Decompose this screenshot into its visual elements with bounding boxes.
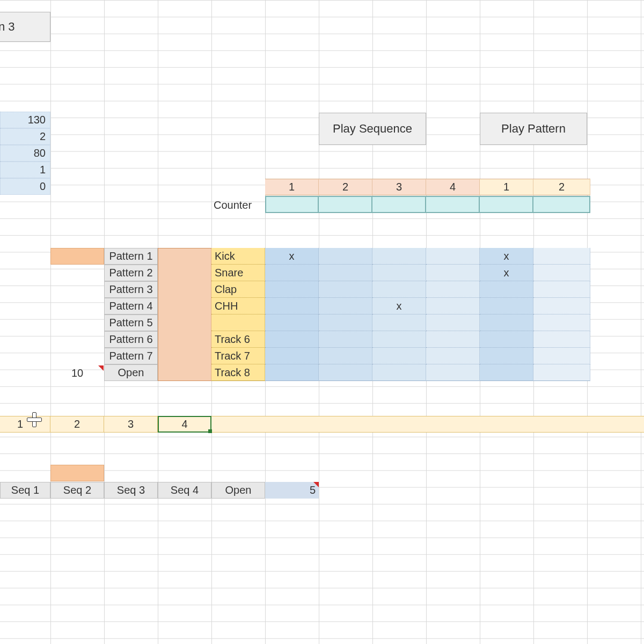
step-cell[interactable] — [533, 364, 590, 381]
step-cell[interactable] — [265, 364, 319, 381]
step-cell[interactable]: x — [480, 265, 533, 281]
step-cell[interactable] — [265, 348, 319, 364]
seq-step-4-selected[interactable]: 4 — [158, 416, 211, 433]
pattern-button-5[interactable]: Pattern 5 — [104, 314, 158, 331]
pattern-button-6[interactable]: Pattern 6 — [104, 331, 158, 348]
step-cell[interactable] — [265, 314, 319, 331]
step-cell[interactable] — [480, 348, 533, 364]
step-cell[interactable] — [426, 265, 480, 281]
counter-cell[interactable] — [426, 196, 480, 213]
seq-step-1[interactable]: 1 — [0, 416, 50, 433]
step-cell[interactable] — [533, 265, 590, 281]
step-cell[interactable] — [319, 248, 372, 265]
step-cell[interactable] — [426, 248, 480, 265]
track-label[interactable]: CHH — [211, 298, 265, 314]
step-cell[interactable] — [480, 314, 533, 331]
counter-cell[interactable] — [480, 196, 533, 213]
step-cell[interactable] — [372, 265, 426, 281]
step-grid: x x x x — [265, 248, 590, 381]
step-cell[interactable] — [372, 348, 426, 364]
step-cell[interactable] — [372, 331, 426, 348]
pattern-color-column — [158, 248, 211, 381]
step-cell[interactable] — [319, 265, 372, 281]
active-pattern-marker — [50, 248, 104, 265]
step-cell[interactable] — [533, 298, 590, 314]
pattern-open-button[interactable]: Open — [104, 364, 158, 381]
step-cell[interactable] — [372, 364, 426, 381]
step-cell[interactable] — [372, 281, 426, 298]
track-label[interactable]: Track 6 — [211, 331, 265, 348]
pattern-button-4[interactable]: Pattern 4 — [104, 298, 158, 314]
step-cell[interactable] — [426, 348, 480, 364]
track-label[interactable]: Track 7 — [211, 348, 265, 364]
seq-button-3[interactable]: Seq 3 — [104, 482, 158, 499]
step-cell[interactable]: x — [372, 298, 426, 314]
step-cell[interactable] — [533, 331, 590, 348]
seq-open-button[interactable]: Open — [211, 482, 265, 499]
step-cell[interactable] — [533, 314, 590, 331]
counter-cell[interactable] — [533, 196, 590, 213]
track-label[interactable]: Track 8 — [211, 364, 265, 381]
seq-count-cell[interactable]: 5 — [265, 482, 319, 499]
track-label[interactable]: Snare — [211, 265, 265, 281]
step-cell[interactable]: x — [480, 248, 533, 265]
counter-cell[interactable] — [372, 196, 426, 213]
seq-button-4[interactable]: Seq 4 — [158, 482, 211, 499]
track-label[interactable]: Clap — [211, 281, 265, 298]
step-cell[interactable] — [372, 248, 426, 265]
step-cell[interactable] — [426, 298, 480, 314]
step-cell[interactable] — [480, 331, 533, 348]
step-cell[interactable] — [319, 281, 372, 298]
step-cell[interactable] — [533, 281, 590, 298]
comment-indicator-icon — [313, 482, 319, 487]
step-cell[interactable] — [426, 314, 480, 331]
pattern-button-3[interactable]: Pattern 3 — [104, 281, 158, 298]
pattern-button-7[interactable]: Pattern 7 — [104, 348, 158, 364]
play-pattern-button[interactable]: Play Pattern — [480, 113, 587, 145]
play-sequence-button[interactable]: Play Sequence — [319, 113, 426, 145]
pattern-button-2[interactable]: Pattern 2 — [104, 265, 158, 281]
pattern-button-1[interactable]: Pattern 1 — [104, 248, 158, 265]
pattern-n3-button[interactable]: n 3 — [0, 12, 50, 42]
seq-step-3[interactable]: 3 — [104, 416, 158, 433]
step-cell[interactable] — [480, 364, 533, 381]
value-offset[interactable]: 0 — [0, 178, 50, 195]
counter-row — [265, 196, 590, 213]
step-cell[interactable] — [265, 265, 319, 281]
step-cell[interactable] — [480, 298, 533, 314]
seq-button-2[interactable]: Seq 2 — [50, 482, 104, 499]
step-cell[interactable] — [426, 281, 480, 298]
counter-cell[interactable] — [265, 196, 319, 213]
step-cell[interactable] — [319, 364, 372, 381]
step-cell[interactable] — [265, 298, 319, 314]
fill-handle-icon[interactable] — [208, 429, 212, 433]
value-swing[interactable]: 80 — [0, 145, 50, 162]
step-cell[interactable] — [533, 248, 590, 265]
seq-button-1[interactable]: Seq 1 — [0, 482, 50, 499]
step-cell[interactable] — [319, 314, 372, 331]
step-cell[interactable] — [480, 281, 533, 298]
step-header-3: 3 — [372, 179, 426, 195]
step-header-row: 1 2 3 4 1 2 — [265, 179, 590, 195]
value-bars[interactable]: 2 — [0, 128, 50, 145]
step-cell[interactable] — [533, 348, 590, 364]
track-label[interactable]: Kick — [211, 248, 265, 265]
step-cell[interactable] — [426, 331, 480, 348]
open-count-value[interactable]: 10 — [50, 365, 104, 382]
step-cell[interactable] — [319, 331, 372, 348]
step-cell[interactable] — [319, 348, 372, 364]
step-cell[interactable] — [426, 364, 480, 381]
seq-step-2[interactable]: 2 — [50, 416, 104, 433]
settings-values: 130 2 80 1 0 — [0, 112, 50, 195]
step-header-1: 1 — [265, 179, 319, 195]
step-cell[interactable] — [372, 314, 426, 331]
step-header-4: 4 — [426, 179, 480, 195]
track-label[interactable] — [211, 314, 265, 331]
counter-cell[interactable] — [319, 196, 372, 213]
step-cell[interactable] — [265, 281, 319, 298]
step-cell[interactable] — [319, 298, 372, 314]
value-loop[interactable]: 1 — [0, 162, 50, 178]
value-tempo[interactable]: 130 — [0, 112, 50, 128]
step-cell[interactable]: x — [265, 248, 319, 265]
step-cell[interactable] — [265, 331, 319, 348]
